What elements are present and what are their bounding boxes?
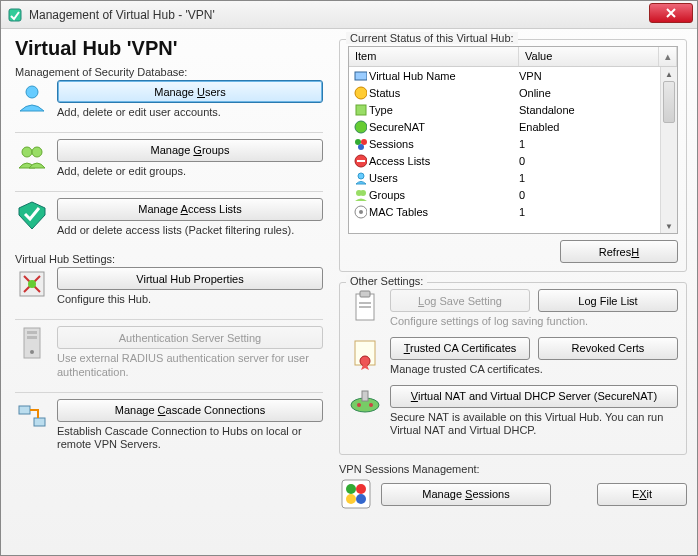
page-title: Virtual Hub 'VPN': [15, 37, 323, 60]
separator: [15, 319, 323, 320]
svg-point-40: [346, 494, 356, 504]
col-value[interactable]: Value: [519, 47, 659, 66]
svg-rect-21: [357, 160, 365, 162]
svg-point-16: [355, 121, 367, 133]
svg-point-38: [346, 484, 356, 494]
svg-point-1: [26, 86, 38, 98]
sess-icon: [349, 136, 367, 152]
status-value: Standalone: [519, 104, 660, 116]
manage-groups-button[interactable]: Manage Groups: [57, 139, 323, 162]
log-file-list-button[interactable]: Log File List: [538, 289, 678, 312]
exit-button[interactable]: EXit: [597, 483, 687, 506]
svg-point-17: [355, 139, 361, 145]
virtual-nat-button[interactable]: Virtual NAT and Virtual DHCP Server (Sec…: [390, 385, 678, 408]
status-row[interactable]: Access Lists0: [349, 152, 660, 169]
status-fieldset: Current Status of this Virtual Hub: Item…: [339, 39, 687, 272]
status-legend: Current Status of this Virtual Hub:: [346, 32, 518, 44]
svg-point-22: [358, 173, 364, 179]
svg-point-35: [357, 403, 361, 407]
svg-rect-34: [362, 391, 368, 401]
manage-acl-desc: Add or delete access lists (Packet filte…: [57, 224, 323, 238]
manage-access-lists-button[interactable]: Manage Access Lists: [57, 198, 323, 221]
vhub-settings-label: Virtual Hub Settings:: [15, 253, 323, 265]
status-row[interactable]: Groups0: [349, 186, 660, 203]
revoked-certs-button[interactable]: Revoked Certs: [538, 337, 678, 360]
status-item: Sessions: [367, 138, 519, 150]
svg-point-14: [355, 87, 367, 99]
scroll-thumb[interactable]: [663, 81, 675, 123]
status-row[interactable]: Virtual Hub NameVPN: [349, 67, 660, 84]
svg-rect-9: [27, 336, 37, 339]
svg-point-32: [360, 356, 370, 366]
group-icon: [349, 187, 367, 203]
router-icon: [348, 385, 382, 419]
virtual-hub-properties-button[interactable]: Virtual Hub Properties: [57, 267, 323, 290]
sessions-label: VPN Sessions Management:: [339, 463, 687, 475]
status-value: Enabled: [519, 121, 660, 133]
svg-point-10: [30, 350, 34, 354]
refresh-button[interactable]: RefresH: [560, 240, 678, 263]
svg-rect-28: [360, 291, 370, 297]
status-item: Access Lists: [367, 155, 519, 167]
cascade-icon: [15, 399, 49, 433]
left-column: Virtual Hub 'VPN' Management of Security…: [15, 35, 323, 545]
status-rows: Virtual Hub NameVPNStatusOnlineTypeStand…: [349, 67, 660, 233]
status-item: SecureNAT: [367, 121, 519, 133]
status-row[interactable]: StatusOnline: [349, 84, 660, 101]
svg-point-26: [359, 210, 363, 214]
status-row[interactable]: MAC Tables1: [349, 203, 660, 220]
separator: [15, 392, 323, 393]
status-item: Type: [367, 104, 519, 116]
window-title: Management of Virtual Hub - 'VPN': [29, 8, 691, 22]
vhub-props-desc: Configure this Hub.: [57, 293, 323, 307]
svg-point-24: [360, 190, 366, 196]
auth-server-setting-button: Authentication Server Setting: [57, 326, 323, 349]
snat-icon: [349, 119, 367, 135]
vertical-scrollbar[interactable]: ▲ ▼: [660, 67, 677, 233]
sessions-icon: [339, 477, 373, 511]
status-row[interactable]: TypeStandalone: [349, 101, 660, 118]
svg-point-36: [369, 403, 373, 407]
status-value: VPN: [519, 70, 660, 82]
manage-groups-desc: Add, delete or edit groups.: [57, 165, 323, 179]
shield-check-icon: [15, 198, 49, 232]
clipboard-icon: [348, 289, 382, 323]
right-column: Current Status of this Virtual Hub: Item…: [339, 35, 687, 545]
certificate-icon: [348, 337, 382, 371]
svg-rect-15: [356, 105, 366, 115]
col-item[interactable]: Item: [349, 47, 519, 66]
svg-point-19: [358, 144, 364, 150]
svg-point-39: [356, 484, 366, 494]
svg-rect-12: [34, 418, 45, 426]
cascade-desc: Establish Cascade Connection to Hubs on …: [57, 425, 323, 453]
manage-sessions-button[interactable]: Manage Sessions: [381, 483, 551, 506]
status-row[interactable]: Sessions1: [349, 135, 660, 152]
group-icon: [15, 139, 49, 173]
separator: [15, 132, 323, 133]
status-value: 0: [519, 155, 660, 167]
status-row[interactable]: SecureNATEnabled: [349, 118, 660, 135]
svg-rect-8: [27, 331, 37, 334]
status-listview[interactable]: Item Value ▴ Virtual Hub NameVPNStatusOn…: [348, 46, 678, 234]
close-button[interactable]: [649, 3, 693, 23]
properties-icon: [15, 267, 49, 301]
hub-icon: [349, 68, 367, 84]
scroll-up-icon[interactable]: ▲: [661, 67, 677, 81]
svg-rect-30: [359, 306, 371, 308]
status-row[interactable]: Users1: [349, 169, 660, 186]
svg-point-2: [22, 147, 32, 157]
content: Virtual Hub 'VPN' Management of Security…: [1, 29, 697, 555]
scroll-down-icon[interactable]: ▼: [661, 219, 677, 233]
type-icon: [349, 102, 367, 118]
trusted-ca-button[interactable]: Trusted CA Certificates: [390, 337, 530, 360]
acl-icon: [349, 153, 367, 169]
manage-cascade-button[interactable]: Manage Cascade Connections: [57, 399, 323, 422]
status-item: Virtual Hub Name: [367, 70, 519, 82]
status-item: Users: [367, 172, 519, 184]
security-db-label: Management of Security Database:: [15, 66, 323, 78]
manage-users-desc: Add, delete or edit user accounts.: [57, 106, 323, 120]
status-value: 1: [519, 172, 660, 184]
log-desc: Configure settings of log saving functio…: [390, 315, 678, 329]
manage-users-button[interactable]: Manage Users: [57, 80, 323, 103]
svg-rect-13: [355, 72, 367, 80]
